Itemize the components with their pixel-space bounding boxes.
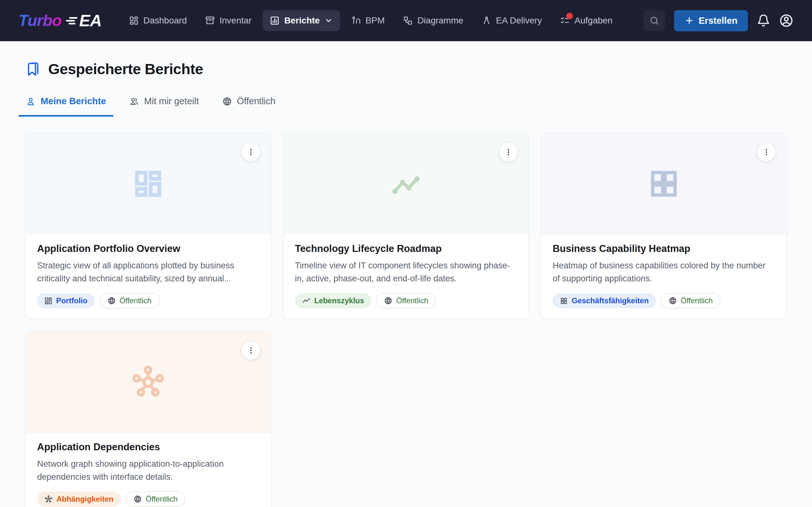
tag-label: Öffentlich <box>119 296 152 305</box>
card-menu-button[interactable] <box>757 143 775 161</box>
nav-label: Berichte <box>284 15 320 26</box>
tab-label: Öffentlich <box>237 96 275 107</box>
kebab-menu-icon <box>504 148 513 156</box>
create-button-label: Erstellen <box>699 15 738 26</box>
trending-line-icon <box>390 167 422 200</box>
tag-label: Abhängigkeiten <box>56 495 113 504</box>
grid-icon <box>44 297 52 305</box>
tag-lebenszyklus[interactable]: Lebenszyklus <box>295 293 371 308</box>
notifications-button[interactable] <box>757 14 770 27</box>
nav-label: BPM <box>365 15 385 26</box>
card-tags: Geschäftsfähigkeiten Öffentlich <box>553 293 775 308</box>
users-icon <box>130 97 139 106</box>
brand-logo-turbo: Turbo <box>18 11 61 30</box>
notification-dot <box>566 13 573 19</box>
nav-item-ea-delivery[interactable]: EA Delivery <box>474 10 549 31</box>
report-card-technology-lifecycle-roadmap[interactable]: Technology Lifecycle Roadmap Timeline vi… <box>283 132 529 319</box>
compass-icon <box>482 16 491 25</box>
tag-oeffentlich[interactable]: Öffentlich <box>376 293 436 308</box>
nav-item-bpm[interactable]: BPM <box>344 10 392 31</box>
card-title: Application Portfolio Overview <box>37 243 259 255</box>
bell-icon <box>757 14 770 27</box>
card-thumbnail <box>284 133 529 235</box>
card-description: Network graph showing application-to-app… <box>37 458 259 483</box>
layout-dashboard-icon <box>133 169 163 199</box>
tag-geschaeftsfaehigkeiten[interactable]: Geschäftsfähigkeiten <box>553 293 656 308</box>
tag-label: Öffentlich <box>146 495 177 504</box>
grid-icon <box>560 297 568 305</box>
card-menu-button[interactable] <box>499 143 518 161</box>
user-circle-icon <box>779 13 794 28</box>
tab-label: Meine Berichte <box>41 96 106 107</box>
dashboard-icon <box>129 16 139 25</box>
card-menu-button[interactable] <box>242 341 260 360</box>
search-button[interactable] <box>644 10 665 31</box>
main-content: Gespeicherte Berichte Meine Berichte Mit… <box>0 41 812 507</box>
card-description: Strategic view of all applications plott… <box>37 259 259 285</box>
globe-icon <box>107 297 116 305</box>
card-thumbnail <box>541 133 786 235</box>
hub-icon <box>44 495 53 503</box>
nav-label: Inventar <box>219 15 252 26</box>
bpm-process-icon <box>351 16 361 25</box>
archive-icon <box>205 16 215 25</box>
card-body: Business Capability Heatmap Heatmap of b… <box>541 235 786 319</box>
card-title: Application Dependencies <box>37 441 259 453</box>
bookmark-icon <box>26 61 41 77</box>
nav-label: EA Delivery <box>496 15 542 26</box>
card-menu-button[interactable] <box>242 143 260 161</box>
tab-label: Mit mir geteilt <box>144 96 199 107</box>
nav-item-berichte[interactable]: Berichte <box>263 10 340 31</box>
speed-lines-icon <box>65 16 79 27</box>
tab-oeffentlich[interactable]: Öffentlich <box>222 96 276 117</box>
reports-grid: Application Portfolio Overview Strategic… <box>26 132 786 507</box>
search-icon <box>649 15 659 26</box>
tag-label: Geschäftsfähigkeiten <box>571 296 649 305</box>
tab-meine-berichte[interactable]: Meine Berichte <box>26 96 107 117</box>
nav-actions: Erstellen <box>644 10 794 32</box>
nav-item-diagramme[interactable]: Diagramme <box>396 10 471 31</box>
report-card-application-portfolio-overview[interactable]: Application Portfolio Overview Strategic… <box>26 132 271 319</box>
card-title: Technology Lifecycle Roadmap <box>295 243 517 255</box>
nav-item-inventar[interactable]: Inventar <box>198 10 259 31</box>
report-chart-icon <box>270 16 280 25</box>
card-tags: Portfolio Öffentlich <box>37 293 259 308</box>
tag-label: Öffentlich <box>681 296 713 305</box>
card-description: Timeline view of IT component lifecycles… <box>295 259 517 285</box>
card-body: Application Portfolio Overview Strategic… <box>26 235 271 319</box>
card-title: Business Capability Heatmap <box>553 243 775 255</box>
tag-oeffentlich[interactable]: Öffentlich <box>661 293 720 308</box>
globe-icon <box>222 97 232 106</box>
main-nav: Dashboard Inventar Berichte BPM Diagramm… <box>122 10 620 31</box>
tab-mit-mir-geteilt[interactable]: Mit mir geteilt <box>129 96 199 117</box>
globe-icon <box>384 297 392 305</box>
globe-icon <box>669 297 677 305</box>
tag-oeffentlich[interactable]: Öffentlich <box>126 492 185 507</box>
nav-label: Diagramme <box>417 15 463 26</box>
grid-2x2-icon <box>649 169 679 199</box>
card-tags: Abhängigkeiten Öffentlich <box>37 492 259 507</box>
hub-network-icon <box>131 365 165 400</box>
card-tags: Lebenszyklus Öffentlich <box>295 293 517 308</box>
profile-button[interactable] <box>779 13 794 28</box>
kebab-menu-icon <box>247 346 255 354</box>
report-card-business-capability-heatmap[interactable]: Business Capability Heatmap Heatmap of b… <box>541 132 786 319</box>
card-thumbnail <box>26 331 271 433</box>
tag-label: Öffentlich <box>396 296 428 305</box>
globe-icon <box>134 495 142 503</box>
create-button[interactable]: Erstellen <box>674 10 748 32</box>
report-tabs: Meine Berichte Mit mir geteilt Öffentlic… <box>26 96 786 117</box>
tag-abhaengigkeiten[interactable]: Abhängigkeiten <box>37 492 121 507</box>
kebab-menu-icon <box>762 148 770 156</box>
nav-label: Aufgaben <box>574 15 612 26</box>
plus-icon <box>684 16 694 25</box>
brand-logo[interactable]: Turbo EA <box>18 11 101 30</box>
brand-logo-ea: EA <box>79 11 101 30</box>
nav-item-aufgaben[interactable]: Aufgaben <box>553 10 620 31</box>
tag-portfolio[interactable]: Portfolio <box>37 293 95 308</box>
tag-oeffentlich[interactable]: Öffentlich <box>100 293 159 308</box>
card-body: Technology Lifecycle Roadmap Timeline vi… <box>284 235 529 319</box>
report-card-application-dependencies[interactable]: Application Dependencies Network graph s… <box>26 331 271 507</box>
page-title: Gespeicherte Berichte <box>48 60 203 78</box>
nav-item-dashboard[interactable]: Dashboard <box>122 10 194 31</box>
